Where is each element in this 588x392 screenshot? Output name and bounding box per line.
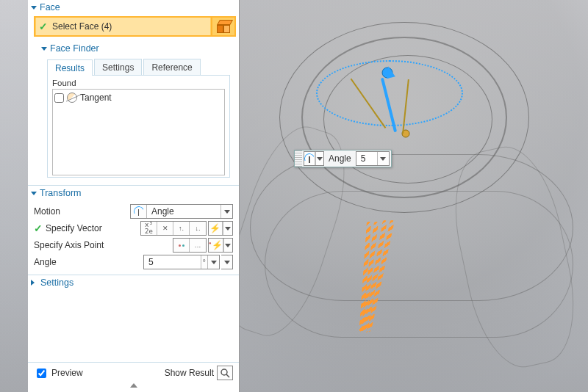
section-title-face-finder: Face Finder: [50, 43, 99, 54]
vector-expression-button[interactable]: x³2e: [141, 222, 157, 235]
vector-axis-up-button[interactable]: ↑.: [173, 222, 190, 235]
tab-settings[interactable]: Settings: [94, 59, 142, 75]
vector-two-points-button[interactable]: ✕: [157, 222, 173, 235]
show-result-button[interactable]: [217, 366, 233, 380]
row-specify-axis-point: Specify Axis Point … ●⚡: [34, 238, 233, 253]
onscreen-angle-value-dropdown[interactable]: 5: [356, 151, 390, 166]
chevron-down-icon[interactable]: [207, 255, 219, 269]
onscreen-angle-label: Angle: [326, 153, 354, 164]
motion-value: Angle: [147, 205, 220, 218]
chevron-right-icon: [31, 280, 37, 286]
chevron-down-icon: [41, 47, 47, 51]
found-listview[interactable]: Tangent: [52, 89, 225, 175]
show-result-label: Show Result: [165, 368, 214, 378]
face-finder-tabs: Results Settings Reference: [47, 59, 230, 75]
tab-reference[interactable]: Reference: [143, 59, 200, 75]
specify-vector-label: Specify Vector: [46, 223, 102, 233]
motion-dropdown[interactable]: Angle: [130, 204, 233, 219]
select-face-row[interactable]: ✓ Select Face (4): [34, 16, 236, 37]
ellipsis-icon: …: [195, 242, 201, 249]
panel-resize-handle[interactable]: [28, 383, 239, 392]
angle-icon: [131, 205, 147, 218]
bolt-point-icon: ●⚡: [209, 239, 223, 252]
angle-label: Angle: [34, 257, 143, 267]
angle-icon: [304, 152, 315, 165]
chevron-down-icon: [31, 192, 37, 195]
section-title-transform: Transform: [40, 188, 82, 198]
chevron-down-icon[interactable]: [223, 222, 233, 235]
chevron-up-icon: [130, 383, 137, 388]
tangent-icon: [67, 92, 77, 103]
found-item-tangent[interactable]: Tangent: [54, 91, 223, 104]
onscreen-input-grip[interactable]: [295, 150, 302, 167]
svg-point-2: [221, 369, 227, 375]
select-face-type-button[interactable]: [211, 18, 234, 35]
section-header-face-finder[interactable]: Face Finder: [41, 41, 236, 56]
onscreen-angle-type-dropdown[interactable]: [304, 151, 324, 166]
chevron-down-icon[interactable]: [377, 152, 389, 165]
check-icon: ✓: [34, 223, 43, 233]
points-icon: [179, 244, 184, 247]
axis-point-menu-button[interactable]: …: [190, 239, 206, 252]
chevron-down-icon[interactable]: [223, 239, 232, 252]
found-item-label: Tangent: [80, 92, 112, 103]
expression-icon: x³2e: [145, 222, 153, 235]
chevron-down-icon[interactable]: [315, 152, 323, 165]
magnifier-icon: [220, 368, 230, 378]
property-panel: Face ✓ Select Face (4) Face Finder Resul…: [28, 0, 240, 392]
vector-reverse-button[interactable]: ↓.: [190, 222, 206, 235]
axis-point-button-group: …: [173, 238, 207, 253]
section-header-transform[interactable]: Transform: [28, 186, 239, 200]
section-title-face: Face: [40, 2, 60, 12]
axis-point-infer-dropdown[interactable]: ●⚡: [208, 238, 233, 253]
angle-value[interactable]: 5: [144, 255, 201, 269]
section-header-face[interactable]: Face: [28, 0, 239, 15]
angle-expression-dropdown[interactable]: [221, 255, 233, 269]
section-title-settings: Settings: [40, 277, 74, 288]
row-specify-vector: ✓ Specify Vector x³2e ✕ ↑. ↓. ⚡: [34, 221, 233, 236]
preview-checkbox[interactable]: [37, 369, 46, 378]
section-header-settings[interactable]: Settings: [28, 275, 239, 290]
row-angle: Angle 5 °: [34, 255, 233, 269]
chevron-down-icon[interactable]: [221, 255, 232, 269]
angle-value-input[interactable]: 5 °: [143, 255, 220, 269]
check-icon: ✓: [39, 21, 48, 32]
row-motion: Motion Angle: [34, 204, 233, 219]
found-label: Found: [52, 79, 225, 87]
motion-label: Motion: [34, 206, 130, 217]
bolt-icon: ⚡: [209, 222, 223, 235]
face-finder-tab-body: Found Tangent: [47, 75, 230, 178]
specify-axis-point-label: Specify Axis Point: [34, 240, 173, 250]
preview-label: Preview: [51, 368, 83, 378]
svg-line-3: [226, 374, 229, 377]
diagonal-arrows-icon: ✕: [162, 225, 168, 232]
axis-point-pick-button[interactable]: [173, 239, 190, 252]
arrow-up-icon: ↑.: [179, 225, 184, 232]
arrow-down-icon: ↓.: [195, 225, 200, 232]
onscreen-angle-input[interactable]: Angle 5: [294, 150, 392, 167]
tab-results[interactable]: Results: [47, 59, 93, 76]
select-face-label: Select Face (4): [52, 21, 112, 32]
chevron-down-icon: [31, 6, 37, 10]
panel-footer: Preview Show Result: [28, 362, 239, 383]
chevron-down-icon[interactable]: [220, 205, 232, 218]
transform-form: Motion Angle ✓ Specify Vector x³2e: [28, 200, 239, 275]
angle-unit: °: [201, 258, 207, 266]
found-item-checkbox[interactable]: [54, 93, 64, 103]
vector-infer-dropdown[interactable]: ⚡: [208, 221, 233, 236]
vector-button-group: x³2e ✕ ↑. ↓.: [140, 221, 207, 236]
onscreen-angle-value[interactable]: 5: [356, 152, 377, 165]
solid-body-icon: [217, 20, 230, 33]
